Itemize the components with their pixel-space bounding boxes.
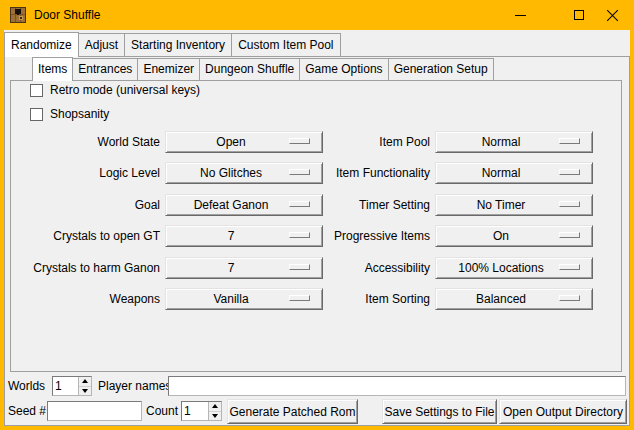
window-title: Door Shuffle [34,0,101,30]
tab-custom-item-pool[interactable]: Custom Item Pool [231,33,340,56]
accessibility-label: Accessibility [270,257,430,279]
item-sorting-label: Item Sorting [270,288,430,310]
seed-label: Seed # [8,401,46,421]
item-functionality-label: Item Functionality [270,162,430,184]
accessibility-dropdown[interactable]: 100% Locations [435,257,593,279]
player-names-label: Player names [98,376,171,396]
item-pool-label: Item Pool [270,131,430,153]
minimize-icon [515,15,526,16]
shopsanity-checkbox[interactable]: Shopsanity [30,107,109,121]
door-icon [10,7,26,23]
timer-setting-value: No Timer [477,195,552,215]
dropdown-indicator-icon [559,264,580,270]
world-state-value: Open [216,132,271,152]
dropdown-indicator-icon [559,295,580,301]
crystals-harm-ganon-value: 7 [228,258,261,278]
item-pool-value: Normal [482,132,547,152]
tab-game-options[interactable]: Game Options [299,58,388,80]
generate-patched-rom-button[interactable]: Generate Patched Rom [227,399,358,424]
timer-setting-label: Timer Setting [270,194,430,216]
player-names-input[interactable] [168,376,626,396]
spin-up-button[interactable] [79,377,91,387]
weapons-value: Vanilla [213,289,274,309]
checkbox-icon[interactable] [30,108,43,121]
tab-dungeon-shuffle[interactable]: Dungeon Shuffle [199,58,300,80]
dropdown-indicator-icon [559,138,580,144]
item-sorting-value: Balanced [476,289,552,309]
close-icon [606,9,619,22]
maximize-icon [574,10,584,20]
tab-entrances[interactable]: Entrances [72,58,138,80]
shopsanity-label: Shopsanity [50,107,109,121]
spin-down-button[interactable] [79,387,91,396]
worlds-input[interactable] [53,377,78,395]
retro-mode-label: Retro mode (universal keys) [50,83,200,97]
accessibility-value: 100% Locations [458,258,569,278]
checkbox-icon[interactable] [30,84,43,97]
item-functionality-dropdown[interactable]: Normal [435,162,593,184]
tab-randomize[interactable]: Randomize [4,32,79,57]
minimize-button[interactable] [498,0,543,30]
count-label: Count [146,401,178,421]
titlebar[interactable]: Door Shuffle [0,0,634,30]
close-button[interactable] [591,0,634,30]
goal-label: Goal [4,194,160,216]
tab-enemizer[interactable]: Enemizer [137,58,200,80]
timer-setting-dropdown[interactable]: No Timer [435,194,593,216]
item-sorting-dropdown[interactable]: Balanced [435,288,593,310]
crystals-open-gt-label: Crystals to open GT [4,225,160,247]
inner-tab-bar: Items Entrances Enemizer Dungeon Shuffle… [32,57,493,81]
world-state-label: World State [4,131,160,153]
item-pool-dropdown[interactable]: Normal [435,131,593,153]
tab-adjust[interactable]: Adjust [78,33,125,56]
worlds-label: Worlds [8,376,45,396]
spin-down-button[interactable] [209,412,221,421]
count-spinbox[interactable] [181,401,222,421]
spinner-buttons [208,402,221,420]
dropdown-indicator-icon [559,232,580,238]
worlds-spinbox[interactable] [52,376,92,396]
tab-generation-setup[interactable]: Generation Setup [388,58,494,80]
seed-input[interactable] [47,401,142,421]
retro-mode-checkbox[interactable]: Retro mode (universal keys) [30,83,200,97]
weapons-label: Weapons [4,288,160,310]
count-input[interactable] [182,402,208,420]
crystals-harm-ganon-label: Crystals to harm Ganon [4,257,160,279]
save-settings-button[interactable]: Save Settings to File [382,399,497,424]
client-area: Randomize Adjust Starting Inventory Cust… [4,30,630,426]
logic-level-label: Logic Level [4,162,160,184]
tab-starting-inventory[interactable]: Starting Inventory [124,33,232,56]
open-output-directory-button[interactable]: Open Output Directory [499,399,627,424]
outer-tab-bar: Randomize Adjust Starting Inventory Cust… [4,32,340,57]
progressive-items-value: On [493,226,535,246]
progressive-items-dropdown[interactable]: On [435,225,593,247]
dropdown-indicator-icon [559,201,580,207]
door-shuffle-window: Door Shuffle Randomize Adjust Starting I… [0,0,634,430]
spin-up-button[interactable] [209,402,221,412]
crystals-open-gt-value: 7 [228,226,261,246]
tab-items[interactable]: Items [32,57,73,81]
spinner-buttons [78,377,91,395]
dropdown-indicator-icon [559,169,580,175]
progressive-items-label: Progressive Items [270,225,430,247]
item-functionality-value: Normal [482,163,547,183]
